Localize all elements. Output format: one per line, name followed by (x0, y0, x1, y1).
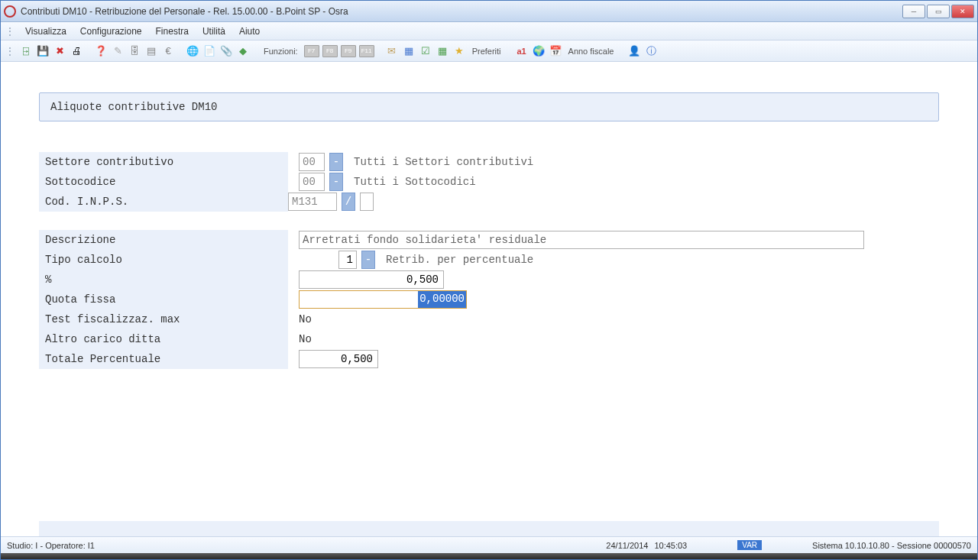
altro-carico-value: No (299, 333, 312, 345)
os-taskbar (1, 553, 977, 559)
sottocodice-desc: Tutti i Sottocodici (354, 176, 476, 188)
doc-icon[interactable]: 📄 (202, 44, 216, 58)
altro-carico-label: Altro carico ditta (39, 329, 288, 349)
globe2-icon[interactable]: 🌍 (532, 44, 546, 58)
row-sottocodice: Sottocodice - Tutti i Sottocodici (39, 172, 939, 192)
descrizione-input[interactable] (299, 231, 864, 249)
status-time: 10:45:03 (654, 541, 687, 550)
row-totale-percent: Totale Percentuale (39, 349, 939, 369)
delete-icon[interactable]: ✖ (53, 44, 66, 58)
toolbar: ⋮ ⍈ 💾 ✖ 🖨 ❓ ✎ 🗄 ▤ € 🌐 📄 📎 ◆ Funzioni: F7… (1, 40, 977, 62)
star-icon[interactable]: ★ (452, 44, 466, 58)
settore-lookup-button[interactable]: - (329, 153, 343, 171)
exit-icon[interactable]: ⍈ (19, 44, 33, 58)
help-icon[interactable]: ❓ (94, 44, 108, 58)
test-fiscal-value: No (299, 313, 312, 325)
row-altro-carico: Altro carico ditta No (39, 329, 939, 349)
info-icon[interactable]: ✎ (111, 44, 125, 58)
row-tipo-calcolo: Tipo calcolo - Retrib. per percentuale (39, 250, 939, 270)
codinps-suffix-input[interactable] (360, 193, 374, 211)
excel-icon[interactable]: ▦ (436, 44, 449, 58)
totale-percent-label: Totale Percentuale (39, 349, 288, 369)
test-fiscal-label: Test fiscalizzaz. max (39, 309, 288, 329)
form-area: Settore contributivo - Tutti i Settori c… (39, 152, 939, 369)
page-title: Aliquote contributive DM10 (39, 92, 939, 121)
sottocodice-input[interactable] (299, 173, 325, 191)
status-left: Studio: I - Operatore: I1 (7, 541, 95, 550)
print-icon[interactable]: 🖨 (70, 44, 83, 58)
totale-percent-input[interactable] (299, 350, 378, 368)
codinps-lookup-button[interactable]: / (342, 193, 355, 211)
about-icon[interactable]: ⓘ (644, 44, 658, 58)
titlebar: Contributi DM10 - Retribuzione del Perso… (1, 1, 977, 22)
a1-icon[interactable]: a1 (515, 44, 529, 58)
user-icon[interactable]: 👤 (627, 44, 641, 58)
menubar-grip-icon: ⋮ (5, 26, 15, 37)
percent-label: % (39, 270, 288, 290)
row-percent: % (39, 270, 939, 290)
attach-icon[interactable]: 📎 (219, 44, 233, 58)
settore-label: Settore contributivo (39, 152, 288, 172)
menu-utilita[interactable]: Utilità (196, 24, 232, 38)
tipo-calcolo-desc: Retrib. per percentuale (386, 254, 533, 266)
preferiti-label[interactable]: Preferiti (469, 47, 504, 56)
minimize-button[interactable]: ─ (902, 5, 925, 18)
settore-desc: Tutti i Settori contributivi (354, 156, 533, 168)
window-title: Contributi DM10 - Retribuzione del Perso… (21, 6, 902, 17)
save-icon[interactable]: 💾 (36, 44, 50, 58)
menu-finestra[interactable]: Finestra (150, 24, 195, 38)
db-icon[interactable]: 🗄 (128, 44, 141, 58)
f8-button[interactable]: F8 (322, 45, 338, 57)
menu-aiuto[interactable]: Aiuto (233, 24, 266, 38)
footer-strip (39, 521, 939, 536)
books-icon[interactable]: ◆ (236, 44, 250, 58)
quota-fissa-input[interactable]: 0,00000 (299, 290, 467, 309)
row-descrizione: Descrizione (39, 230, 939, 250)
tipo-calcolo-lookup-button[interactable]: - (361, 251, 375, 269)
status-right: Sistema 10.10.10.80 - Sessione 00000570 (812, 541, 971, 550)
anno-fiscale-label[interactable]: Anno fiscale (565, 47, 617, 56)
app-icon (4, 5, 16, 18)
sottocodice-lookup-button[interactable]: - (329, 173, 343, 191)
tipo-calcolo-label: Tipo calcolo (39, 250, 288, 270)
content-area: Aliquote contributive DM10 Settore contr… (1, 62, 977, 536)
percent-input[interactable] (299, 270, 444, 289)
codinps-label: Cod. I.N.P.S. (39, 192, 288, 212)
settore-input[interactable] (299, 153, 325, 171)
com-icon[interactable]: ▦ (402, 44, 416, 58)
codinps-input[interactable] (288, 193, 337, 211)
statusbar: Studio: I - Operatore: I1 24/11/2014 10:… (1, 536, 977, 553)
toolbar-grip-icon: ⋮ (5, 46, 15, 57)
quota-fissa-label: Quota fissa (39, 290, 288, 309)
calendar-icon[interactable]: 📅 (549, 44, 562, 58)
close-button[interactable]: ✕ (951, 5, 974, 18)
row-settore: Settore contributivo - Tutti i Settori c… (39, 152, 939, 172)
check-icon[interactable]: ☑ (419, 44, 432, 58)
tipo-calcolo-input[interactable] (338, 251, 357, 269)
maximize-button[interactable]: ▭ (927, 5, 950, 18)
mail-icon[interactable]: ✉ (385, 44, 399, 58)
descrizione-label: Descrizione (39, 230, 288, 250)
quota-fissa-selected-text: 0,00000 (418, 291, 466, 308)
menu-configurazione[interactable]: Configurazione (74, 24, 148, 38)
row-test-fiscal: Test fiscalizzaz. max No (39, 309, 939, 329)
euro-icon[interactable]: € (161, 44, 175, 58)
funzioni-label: Funzioni: (261, 47, 301, 56)
status-var-badge: VAR (737, 540, 762, 550)
world-icon[interactable]: 🌐 (186, 44, 199, 58)
row-codinps: Cod. I.N.P.S. / (39, 192, 939, 212)
f7-button[interactable]: F7 (304, 45, 319, 57)
status-date: 24/11/2014 (606, 541, 648, 550)
list-icon[interactable]: ▤ (144, 44, 158, 58)
menu-visualizza[interactable]: Visualizza (19, 24, 73, 38)
f11-button[interactable]: F11 (359, 45, 374, 57)
menubar: ⋮ Visualizza Configurazione Finestra Uti… (1, 22, 977, 40)
app-window: Contributi DM10 - Retribuzione del Perso… (0, 0, 978, 560)
row-quota-fissa: Quota fissa 0,00000 (39, 290, 939, 309)
sottocodice-label: Sottocodice (39, 172, 288, 192)
f9-button[interactable]: F9 (341, 45, 356, 57)
